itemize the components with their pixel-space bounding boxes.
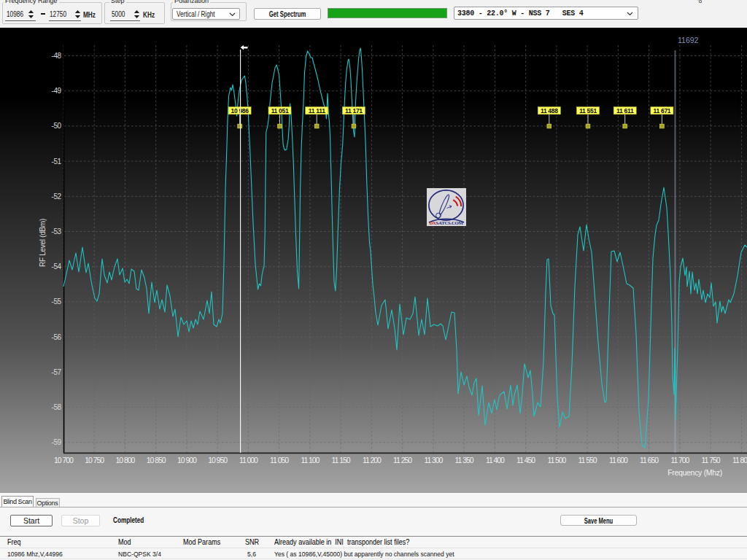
svg-text:11 400: 11 400 [486, 456, 505, 464]
svg-text:11 200: 11 200 [363, 456, 382, 464]
svg-text:11 488: 11 488 [541, 107, 558, 114]
svg-text:11 051: 11 051 [271, 107, 289, 114]
svg-text:11 671: 11 671 [654, 107, 671, 114]
svg-text:11 171: 11 171 [345, 107, 363, 114]
svg-text:11 300: 11 300 [424, 456, 443, 464]
svg-text:-52: -52 [52, 192, 62, 201]
svg-text:10 850: 10 850 [147, 456, 166, 464]
svg-text:10 800: 10 800 [115, 456, 135, 464]
svg-text:-53: -53 [52, 228, 62, 236]
svg-text:-50: -50 [52, 122, 62, 130]
svg-text:11 600: 11 600 [609, 456, 628, 464]
svg-text:11692: 11692 [678, 36, 699, 44]
svg-text:11 551: 11 551 [579, 107, 597, 114]
svg-text:-48: -48 [52, 52, 62, 60]
svg-text:11 700: 11 700 [670, 456, 689, 464]
svg-text:-58: -58 [52, 403, 62, 411]
svg-text:11 500: 11 500 [547, 456, 566, 464]
svg-text:11 100: 11 100 [301, 456, 320, 464]
svg-text:11 650: 11 650 [640, 456, 659, 464]
svg-text:10 700: 10 700 [54, 456, 74, 464]
svg-text:-49: -49 [52, 87, 62, 95]
svg-text:-55: -55 [52, 298, 62, 306]
svg-text:10 950: 10 950 [208, 456, 228, 464]
svg-text:-57: -57 [52, 368, 62, 376]
svg-text:11 611: 11 611 [616, 107, 634, 114]
svg-text:10 750: 10 750 [85, 456, 104, 464]
svg-text:RF Level (dBm): RF Level (dBm) [39, 219, 47, 267]
svg-text:Frequency (Mhz): Frequency (Mhz) [667, 468, 722, 477]
svg-text:11 111: 11 111 [309, 107, 325, 114]
svg-text:11 750: 11 750 [702, 456, 721, 464]
svg-text:-56: -56 [52, 333, 62, 341]
svg-text:-59: -59 [52, 438, 62, 446]
svg-text:11 800: 11 800 [732, 456, 747, 464]
svg-text:11 150: 11 150 [332, 456, 351, 464]
svg-text:-54: -54 [52, 262, 62, 271]
svg-text:-51: -51 [52, 158, 62, 166]
svg-text:11 350: 11 350 [455, 456, 474, 464]
svg-text:11 450: 11 450 [516, 456, 535, 464]
svg-text:11 000: 11 000 [239, 456, 258, 464]
svg-text:11 050: 11 050 [270, 456, 289, 464]
svg-text:11 250: 11 250 [393, 456, 412, 464]
svg-text:DXSATCS.COM: DXSATCS.COM [429, 220, 463, 225]
svg-text:10 900: 10 900 [177, 456, 197, 464]
svg-text:10 986: 10 986 [231, 107, 249, 114]
svg-text:11 550: 11 550 [578, 456, 597, 464]
